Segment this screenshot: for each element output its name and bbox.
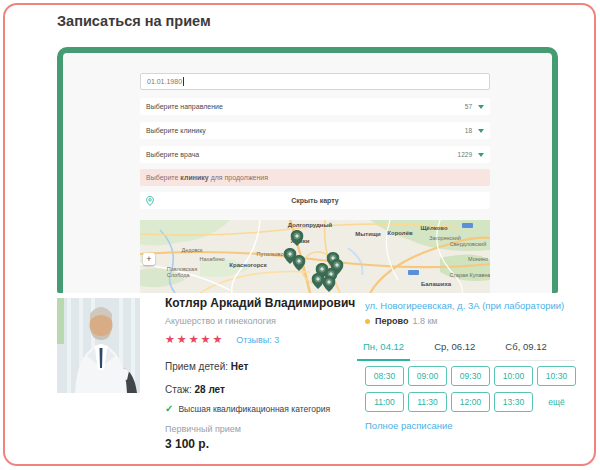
clinics-map[interactable]: ДолгопрудныйХимкиМытищиКоролёвЩёлковоЗаг…: [140, 220, 490, 293]
doctor-count: 1229: [458, 151, 472, 158]
experience-label: Стаж:: [165, 384, 192, 395]
clinic-placeholder: Выберите клинику: [146, 127, 206, 134]
road-badge: [408, 270, 419, 275]
map-city-label: Свердловский: [450, 241, 487, 247]
alert-text: Выберите: [146, 174, 178, 181]
full-schedule-link[interactable]: Полное расписание: [365, 420, 453, 431]
clinic-address-link[interactable]: ул. Новогиреевская, д. 3А (при лаборатор…: [365, 300, 564, 311]
day-tab-mon[interactable]: Пн, 04.12: [357, 338, 410, 361]
metro-row: Перово 1.8 км: [365, 316, 438, 326]
direction-select[interactable]: Выберите направление 57: [140, 98, 490, 115]
birthdate-input[interactable]: 01.01.1980: [140, 73, 490, 90]
map-city-label: Путилково: [257, 251, 284, 257]
doctor-placeholder: Выберите врача: [146, 151, 199, 158]
hide-map-button[interactable]: Скрыть карту: [140, 192, 490, 209]
time-slot[interactable]: 12:00: [451, 392, 490, 412]
map-city-label: Мытищи: [355, 231, 381, 237]
primary-visit-price: 3 100 р.: [165, 437, 209, 451]
day-tab-sat[interactable]: Сб, 09.12: [499, 338, 552, 360]
clinic-map-pin[interactable]: [293, 255, 306, 275]
doctor-name: Котляр Аркадий Владимирович: [165, 296, 355, 310]
map-city-label: Щёлково: [420, 225, 447, 231]
birthdate-value: 01.01.1980: [147, 78, 182, 85]
rating-row: ★★★★★ Отзывы: 3: [165, 333, 279, 346]
time-slot[interactable]: 11:30: [408, 392, 447, 412]
hide-map-label: Скрыть карту: [140, 197, 490, 204]
validation-alert: Выберите клинику для продолжения: [140, 169, 490, 186]
map-city-label: Нахабино: [199, 256, 224, 262]
page-title: Записаться на прием: [57, 13, 211, 29]
direction-placeholder: Выберите направление: [146, 103, 223, 110]
time-slot[interactable]: 11:00: [365, 392, 404, 412]
doctor-photo: [57, 298, 140, 393]
map-city-label: Павловская Слобода: [167, 266, 197, 278]
time-slots: 08:30 09:00 09:30 10:00 10:30 11:00 11:3…: [365, 366, 580, 418]
map-zoom-in-button[interactable]: +: [143, 253, 155, 265]
clinic-map-pin[interactable]: [291, 230, 304, 250]
alert-bold-text: клинику: [180, 174, 208, 181]
time-slot[interactable]: 08:30: [365, 366, 404, 386]
map-overlay: ДолгопрудныйХимкиМытищиКоролёвЩёлковоЗаг…: [140, 220, 490, 293]
clinic-select[interactable]: Выберите клинику 18: [140, 122, 490, 139]
children-admission: Прием детей: Нет: [165, 361, 248, 372]
appointment-widget: Записаться на прием 01.01.1980 Выберите …: [0, 0, 600, 470]
primary-visit-label: Первичный прием: [165, 424, 241, 434]
doctor-select[interactable]: Выберите врача 1229: [140, 146, 490, 163]
direction-count: 57: [465, 103, 472, 110]
map-city-label: Балашиха: [421, 281, 451, 287]
children-value: Нет: [231, 361, 249, 372]
qualification: ✓ Высшая квалификационная категория: [165, 403, 330, 414]
time-slot[interactable]: 13:30: [494, 392, 533, 412]
reviews-link[interactable]: Отзывы: 3: [236, 335, 279, 345]
time-slot[interactable]: 10:00: [494, 366, 533, 386]
time-slot[interactable]: 09:30: [451, 366, 490, 386]
experience-value: 28 лет: [195, 384, 225, 395]
more-slots-button[interactable]: ещё: [537, 392, 576, 412]
map-city-label: Старая Купавна: [449, 272, 490, 278]
metro-line-icon: [365, 319, 370, 324]
children-label: Прием детей:: [165, 361, 228, 372]
check-icon: ✓: [165, 403, 173, 414]
road-badge: [462, 223, 473, 228]
map-city-label: Долгопрудный: [288, 222, 332, 228]
map-city-label: Дедовск: [182, 247, 203, 253]
time-slot[interactable]: 10:30: [537, 366, 576, 386]
star-rating-icon: ★★★★★: [165, 333, 224, 346]
time-slot[interactable]: 09:00: [408, 366, 447, 386]
doctor-specialty: Акушерство и гинекология: [165, 316, 276, 326]
booking-form: 01.01.1980 Выберите направление 57 Выбер…: [57, 47, 558, 293]
chevron-down-icon: [478, 105, 484, 109]
qualification-text: Высшая квалификационная категория: [178, 404, 330, 414]
chevron-down-icon: [478, 129, 484, 133]
map-city-label: Красногорск: [229, 262, 266, 268]
map-pin-icon: [146, 196, 154, 206]
chevron-down-icon: [478, 153, 484, 157]
metro-distance: 1.8 км: [412, 316, 437, 326]
map-city-label: Монино: [468, 256, 488, 262]
text-caret: [183, 77, 184, 86]
clinic-map-pin[interactable]: [323, 276, 336, 293]
alert-text: для продолжения: [211, 174, 268, 181]
map-city-label: Королёв: [387, 230, 412, 236]
day-tab-wed[interactable]: Ср, 06.12: [428, 338, 481, 360]
experience: Стаж: 28 лет: [165, 384, 225, 395]
clinic-count: 18: [465, 127, 472, 134]
day-tabs: Пн, 04.12 Ср, 06.12 Сб, 09.12: [357, 338, 575, 361]
metro-name: Перово: [375, 316, 408, 326]
